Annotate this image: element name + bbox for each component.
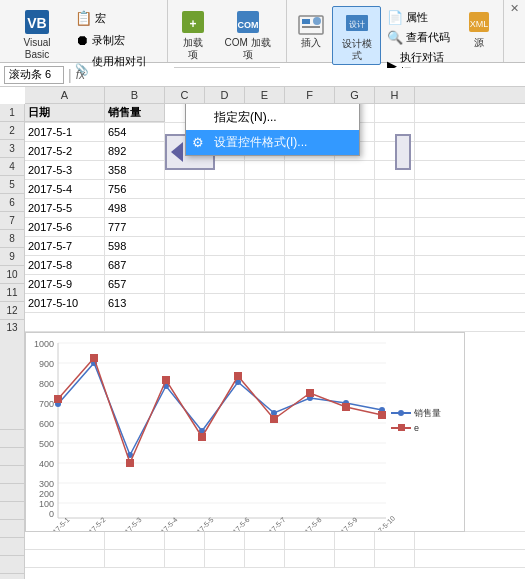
cell-f-empty1[interactable] — [285, 532, 335, 550]
cell-b12[interactable] — [105, 313, 165, 331]
col-header-h[interactable]: H — [375, 87, 415, 103]
cell-f8[interactable] — [285, 237, 335, 255]
row-header-9[interactable]: 9 — [0, 248, 24, 266]
cell-reference-input[interactable] — [4, 66, 64, 84]
row-header-13[interactable]: 13 — [0, 320, 24, 430]
cell-h12[interactable] — [375, 313, 415, 331]
row-header-6[interactable]: 6 — [0, 194, 24, 212]
col-header-e[interactable]: E — [245, 87, 285, 103]
col-header-b[interactable]: B — [105, 87, 165, 103]
ribbon-close-button[interactable]: ✕ — [504, 0, 525, 17]
cell-e12[interactable] — [245, 313, 285, 331]
cell-f12[interactable] — [285, 313, 335, 331]
cell-c6[interactable] — [165, 199, 205, 217]
row-header-16[interactable] — [0, 466, 24, 484]
cell-b11[interactable]: 613 — [105, 294, 165, 312]
cell-e5[interactable] — [245, 180, 285, 198]
cell-b4[interactable]: 358 — [105, 161, 165, 179]
row-header-20[interactable] — [0, 538, 24, 556]
cell-c-empty1[interactable] — [165, 532, 205, 550]
row-header-14[interactable] — [0, 430, 24, 448]
cell-h-empty1[interactable] — [375, 532, 415, 550]
cell-b2[interactable]: 654 — [105, 123, 165, 141]
row-header-10[interactable]: 10 — [0, 266, 24, 284]
cell-g8[interactable] — [335, 237, 375, 255]
cell-f-empty2[interactable] — [285, 550, 335, 568]
ctx-format[interactable]: ⚙ 设置控件格式(I)... — [186, 130, 359, 155]
cell-b10[interactable]: 657 — [105, 275, 165, 293]
cell-f10[interactable] — [285, 275, 335, 293]
visual-basic-button[interactable]: VB Visual Basic — [6, 6, 68, 63]
record-macro-button[interactable]: ⏺ 录制宏 — [72, 30, 161, 50]
cell-d-empty2[interactable] — [205, 550, 245, 568]
cell-c-empty2[interactable] — [165, 550, 205, 568]
cell-h1[interactable] — [375, 104, 415, 122]
cell-a8[interactable]: 2017-5-7 — [25, 237, 105, 255]
cell-h6[interactable] — [375, 199, 415, 217]
cell-c11[interactable] — [165, 294, 205, 312]
cell-g9[interactable] — [335, 256, 375, 274]
cell-d11[interactable] — [205, 294, 245, 312]
cell-d12[interactable] — [205, 313, 245, 331]
cell-f11[interactable] — [285, 294, 335, 312]
cell-e4[interactable] — [245, 161, 285, 179]
cell-a1[interactable]: 日期 — [25, 104, 105, 122]
cell-e10[interactable] — [245, 275, 285, 293]
cell-c12[interactable] — [165, 313, 205, 331]
cell-b9[interactable]: 687 — [105, 256, 165, 274]
cell-c5[interactable] — [165, 180, 205, 198]
cell-g-empty2[interactable] — [335, 550, 375, 568]
cell-a11[interactable]: 2017-5-10 — [25, 294, 105, 312]
cell-h5[interactable] — [375, 180, 415, 198]
view-code-button[interactable]: 🔍 查看代码 — [384, 28, 458, 47]
cell-g10[interactable] — [335, 275, 375, 293]
cell-d9[interactable] — [205, 256, 245, 274]
cell-e6[interactable] — [245, 199, 285, 217]
insert-button[interactable]: 插入 — [293, 6, 329, 51]
scrollbar-right-handle[interactable] — [395, 134, 411, 170]
source-button[interactable]: XML 源 — [461, 6, 497, 51]
cell-f4[interactable] — [285, 161, 335, 179]
cell-h-empty2[interactable] — [375, 550, 415, 568]
row-header-22[interactable] — [0, 574, 24, 579]
row-header-12[interactable]: 12 — [0, 302, 24, 320]
cell-f5[interactable] — [285, 180, 335, 198]
cell-a-empty1[interactable] — [25, 532, 105, 550]
col-header-g[interactable]: G — [335, 87, 375, 103]
cell-c10[interactable] — [165, 275, 205, 293]
row-header-4[interactable]: 4 — [0, 158, 24, 176]
col-header-a[interactable]: A — [25, 87, 105, 103]
cell-b1[interactable]: 销售量 — [105, 104, 165, 122]
cell-a7[interactable]: 2017-5-6 — [25, 218, 105, 236]
cell-b-empty1[interactable] — [105, 532, 165, 550]
row-header-3[interactable]: 3 — [0, 140, 24, 158]
cell-a3[interactable]: 2017-5-2 — [25, 142, 105, 160]
row-header-1[interactable]: 1 — [0, 104, 24, 122]
cell-a6[interactable]: 2017-5-5 — [25, 199, 105, 217]
cell-c8[interactable] — [165, 237, 205, 255]
row-header-15[interactable] — [0, 448, 24, 466]
cell-h10[interactable] — [375, 275, 415, 293]
cell-a4[interactable]: 2017-5-3 — [25, 161, 105, 179]
cell-g7[interactable] — [335, 218, 375, 236]
cell-a9[interactable]: 2017-5-8 — [25, 256, 105, 274]
cell-e-empty1[interactable] — [245, 532, 285, 550]
cell-e11[interactable] — [245, 294, 285, 312]
cell-h8[interactable] — [375, 237, 415, 255]
row-header-7[interactable]: 7 — [0, 212, 24, 230]
design-mode-button[interactable]: 设计 设计模式 — [332, 6, 382, 65]
cell-g5[interactable] — [335, 180, 375, 198]
col-header-c[interactable]: C — [165, 87, 205, 103]
row-header-2[interactable]: 2 — [0, 122, 24, 140]
row-header-11[interactable]: 11 — [0, 284, 24, 302]
cell-c9[interactable] — [165, 256, 205, 274]
ctx-macro[interactable]: 指定宏(N)... — [186, 105, 359, 130]
cell-a-empty2[interactable] — [25, 550, 105, 568]
cell-b8[interactable]: 598 — [105, 237, 165, 255]
cell-a12[interactable] — [25, 313, 105, 331]
row-header-19[interactable] — [0, 520, 24, 538]
cell-d8[interactable] — [205, 237, 245, 255]
cell-g6[interactable] — [335, 199, 375, 217]
cell-f6[interactable] — [285, 199, 335, 217]
row-header-21[interactable] — [0, 556, 24, 574]
